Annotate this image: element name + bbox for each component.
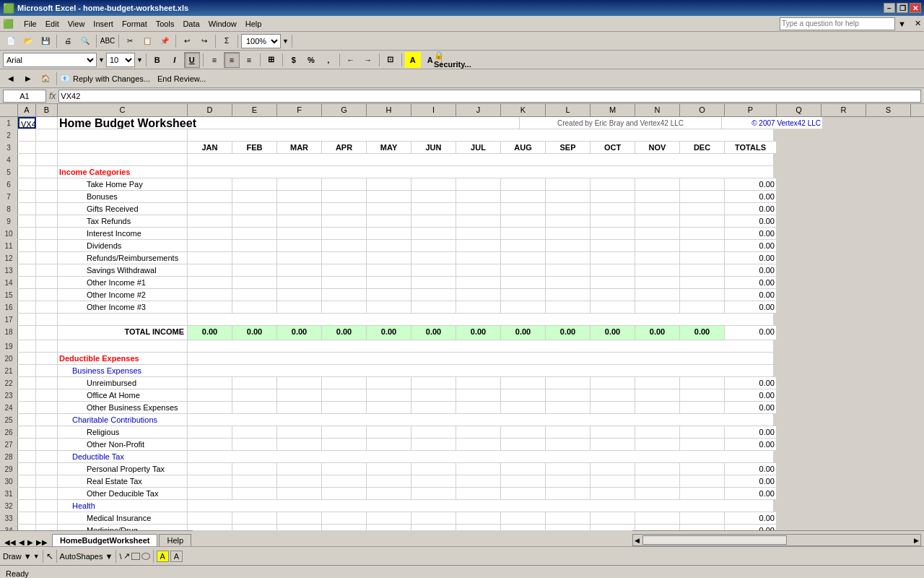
cell-r31-k[interactable] (501, 488, 546, 499)
open-button[interactable]: 📂 (20, 33, 36, 49)
cell-r16-e[interactable] (232, 301, 277, 313)
cell-r29-i[interactable] (411, 463, 456, 475)
cell-r12-d[interactable] (188, 252, 232, 264)
cell-r15-e[interactable] (232, 289, 277, 301)
cell-r31-l[interactable] (546, 488, 590, 499)
cell-b6[interactable] (36, 178, 58, 190)
cell-b23[interactable] (36, 389, 58, 401)
cell-b29[interactable] (36, 463, 58, 475)
cell-r22-i[interactable] (411, 377, 456, 389)
cell-r30-n[interactable] (635, 475, 680, 487)
cell-r10-m[interactable] (590, 228, 635, 239)
cell-a22[interactable] (18, 377, 36, 389)
cell-r34-d[interactable] (188, 525, 232, 530)
cell-r13-m[interactable] (590, 264, 635, 276)
cell-r31-o[interactable] (680, 488, 725, 499)
cell-r7-e[interactable] (232, 191, 277, 202)
cell-r27-h[interactable] (367, 439, 411, 450)
cell-r33-k[interactable] (501, 512, 546, 524)
cell-b15[interactable] (36, 289, 58, 301)
cell-r27-o[interactable] (680, 439, 725, 450)
cell-r31-n[interactable] (635, 488, 680, 499)
menu-data[interactable]: Data (178, 18, 204, 30)
cell-r14-o[interactable] (680, 277, 725, 288)
cell-r12-h[interactable] (367, 252, 411, 264)
comma-button[interactable]: , (321, 52, 336, 68)
cell-r33-e[interactable] (232, 512, 277, 524)
cell-r24-h[interactable] (367, 402, 411, 413)
cell-r8-j[interactable] (456, 203, 501, 215)
cell-r30-g[interactable] (322, 475, 367, 487)
cell-b34[interactable] (36, 525, 58, 530)
cell-r33-h[interactable] (367, 512, 411, 524)
cell-r7-l[interactable] (546, 191, 590, 202)
cell-r27-k[interactable] (501, 439, 546, 450)
cell-r23-o[interactable] (680, 389, 725, 401)
percent-button[interactable]: % (303, 52, 319, 68)
cell-r22-l[interactable] (546, 377, 590, 389)
new-button[interactable]: 📄 (3, 33, 19, 49)
cell-a11[interactable] (18, 240, 36, 251)
cell-b5[interactable] (36, 166, 58, 178)
cell-r9-d[interactable] (188, 215, 232, 227)
row32-span[interactable] (188, 500, 774, 512)
row19-span[interactable] (188, 340, 774, 352)
cell-r30-k[interactable] (501, 475, 546, 487)
cell-r13-g[interactable] (322, 264, 367, 276)
cell-a15[interactable] (18, 289, 36, 301)
cell-r31-f[interactable] (277, 488, 322, 499)
cursor-icon[interactable]: ↖ (46, 551, 53, 561)
print-preview-button[interactable]: 🔍 (77, 33, 93, 49)
cell-r33-g[interactable] (322, 512, 367, 524)
cell-r24-f[interactable] (277, 402, 322, 413)
cell-r15-k[interactable] (501, 289, 546, 301)
cell-r16-k[interactable] (501, 301, 546, 313)
zoom-select[interactable]: 100% 75% 50% (241, 34, 281, 48)
cell-r11-i[interactable] (411, 240, 456, 251)
cell-a10[interactable] (18, 228, 36, 239)
cell-r23-e[interactable] (232, 389, 277, 401)
col-header-h[interactable]: H (367, 104, 411, 116)
cell-b32[interactable] (36, 500, 58, 512)
cell-r18-jan[interactable]: 0.00 (188, 326, 232, 340)
cell-r18-jun[interactable]: 0.00 (411, 326, 456, 340)
cell-r6-n[interactable] (635, 178, 680, 190)
cell-r10-j[interactable] (456, 228, 501, 239)
cell-b21[interactable] (36, 365, 58, 376)
cell-r30-i[interactable] (411, 475, 456, 487)
cell-a12[interactable] (18, 252, 36, 264)
cell-b7[interactable] (36, 191, 58, 202)
cell-b19[interactable] (36, 340, 58, 352)
col-header-r[interactable]: R (821, 104, 866, 116)
autosum-button[interactable]: Σ (219, 33, 235, 49)
cell-a20[interactable] (18, 353, 36, 364)
rect-icon[interactable] (131, 553, 140, 560)
cell-r16-i[interactable] (411, 301, 456, 313)
cell-r14-g[interactable] (322, 277, 367, 288)
cell-b12[interactable] (36, 252, 58, 264)
col-header-l[interactable]: L (546, 104, 590, 116)
col-header-e[interactable]: E (232, 104, 277, 116)
bold-button[interactable]: B (149, 52, 165, 68)
close-excel-icon[interactable]: ✕ (915, 19, 921, 28)
cell-b11[interactable] (36, 240, 58, 251)
font-select[interactable]: Arial Times New Roman Calibri (3, 53, 97, 67)
cell-r9-f[interactable] (277, 215, 322, 227)
cell-r31-m[interactable] (590, 488, 635, 499)
cell-r30-j[interactable] (456, 475, 501, 487)
cell-r31-e[interactable] (232, 488, 277, 499)
cell-b30[interactable] (36, 475, 58, 487)
cell-r14-f[interactable] (277, 277, 322, 288)
col-header-b[interactable]: B (36, 104, 58, 116)
cell-r15-n[interactable] (635, 289, 680, 301)
col-header-d[interactable]: D (188, 104, 232, 116)
cell-r10-k[interactable] (501, 228, 546, 239)
menu-window[interactable]: Window (204, 18, 241, 30)
cell-r12-i[interactable] (411, 252, 456, 264)
cell-a28[interactable] (18, 451, 36, 462)
cell-r18-aug[interactable]: 0.00 (501, 326, 546, 340)
home-button[interactable]: 🏠 (38, 71, 53, 87)
cell-b1[interactable] (36, 117, 58, 129)
underline-button[interactable]: U (184, 52, 200, 68)
cell-r22-j[interactable] (456, 377, 501, 389)
